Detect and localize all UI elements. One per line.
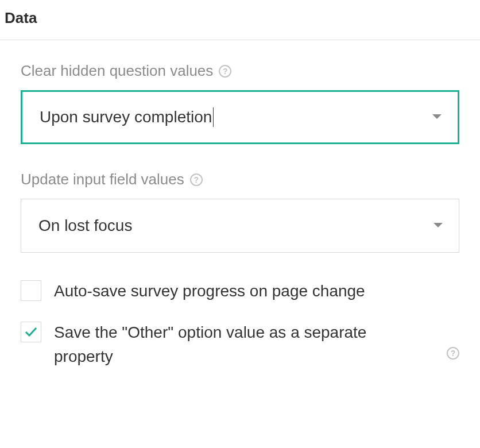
autosave-checkbox[interactable] <box>21 280 41 301</box>
help-icon[interactable] <box>219 65 231 78</box>
text-cursor <box>213 107 214 127</box>
autosave-label: Auto-save survey progress on page change <box>54 279 459 303</box>
chevron-down-icon <box>433 223 443 229</box>
help-icon[interactable] <box>190 173 203 186</box>
update-input-select[interactable]: On lost focus <box>21 199 459 253</box>
clear-hidden-select[interactable]: Upon survey completion <box>21 90 459 144</box>
section-title: Data <box>0 0 480 40</box>
update-input-value: On lost focus <box>38 217 132 235</box>
help-icon[interactable] <box>447 347 459 360</box>
checkbox-save-other-row: Save the "Other" option value as a separ… <box>21 320 459 369</box>
form-area: Clear hidden question values Upon survey… <box>0 40 480 369</box>
checkbox-autosave-row: Auto-save survey progress on page change <box>21 279 459 303</box>
field-label-row: Clear hidden question values <box>21 62 459 80</box>
chevron-down-icon <box>432 114 442 120</box>
save-other-label: Save the "Other" option value as a separ… <box>54 320 426 369</box>
update-input-label: Update input field values <box>21 171 184 188</box>
clear-hidden-label: Clear hidden question values <box>21 62 213 80</box>
save-other-checkbox[interactable] <box>21 322 41 342</box>
field-update-input: Update input field values On lost focus <box>21 171 459 253</box>
field-clear-hidden: Clear hidden question values Upon survey… <box>21 62 459 144</box>
field-label-row: Update input field values <box>21 171 459 188</box>
clear-hidden-value: Upon survey completion <box>40 108 212 126</box>
